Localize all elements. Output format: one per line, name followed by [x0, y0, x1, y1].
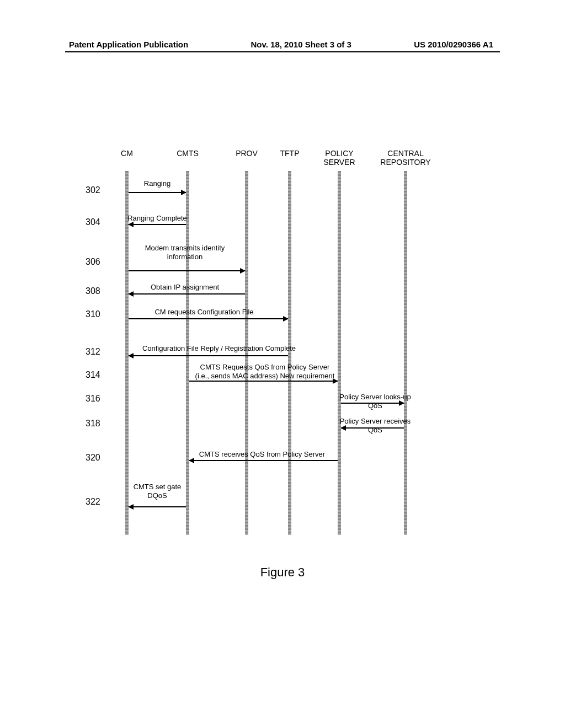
step-number-308: 308 — [86, 286, 100, 296]
lifeline-tftp — [288, 171, 291, 535]
figure-caption: Figure 3 — [0, 565, 565, 580]
arrow-304 — [129, 224, 186, 225]
step-number-314: 314 — [86, 370, 100, 380]
step-number-312: 312 — [86, 347, 100, 357]
arrow-320 — [189, 460, 338, 461]
arrow-306 — [129, 270, 245, 271]
arrow-318 — [341, 427, 404, 429]
step-number-302: 302 — [86, 185, 100, 195]
actor-repo: CENTRAL REPOSITORY — [380, 149, 430, 167]
step-number-304: 304 — [86, 217, 100, 227]
message-label-322: CMTS set gate DQoS — [134, 483, 182, 500]
header-left: Patent Application Publication — [69, 40, 188, 49]
step-number-310: 310 — [86, 309, 100, 319]
lifeline-repo — [404, 171, 407, 535]
actor-prov: PROV — [236, 149, 258, 158]
actor-cmts: CMTS — [177, 149, 199, 158]
step-number-322: 322 — [86, 497, 100, 507]
lifeline-prov — [245, 171, 248, 535]
step-number-320: 320 — [86, 453, 100, 463]
lifeline-cmts — [186, 171, 189, 535]
page-header: Patent Application Publication Nov. 18, … — [69, 40, 493, 49]
step-number-306: 306 — [86, 257, 100, 267]
message-label-308: Obtain IP assignment — [151, 283, 219, 292]
header-right: US 2010/0290366 A1 — [414, 40, 493, 49]
arrow-314 — [189, 381, 338, 382]
lifeline-policy — [338, 171, 341, 535]
step-number-316: 316 — [86, 394, 100, 404]
message-label-312: Configuration File Reply / Registration … — [142, 344, 296, 353]
arrow-312 — [129, 355, 288, 356]
page: Patent Application Publication Nov. 18, … — [0, 0, 565, 728]
message-label-302: Ranging — [144, 179, 170, 188]
header-center: Nov. 18, 2010 Sheet 3 of 3 — [251, 40, 351, 49]
actor-policy: POLICY SERVER — [323, 149, 355, 167]
arrow-302 — [129, 192, 186, 193]
message-label-320: CMTS receives QoS from Policy Server — [199, 450, 325, 459]
message-label-304: Ranging Complete — [127, 214, 187, 223]
sequence-diagram: CM CMTS PROV TFTP POLICY SERVER CENTRAL … — [86, 149, 461, 552]
message-label-306: Modem transmits identity information — [145, 244, 225, 261]
arrow-310 — [129, 318, 288, 319]
message-label-310: CM requests Configuration File — [154, 308, 253, 317]
arrow-308 — [129, 293, 245, 295]
header-divider — [65, 51, 500, 52]
actor-cm: CM — [121, 149, 133, 158]
step-number-318: 318 — [86, 419, 100, 429]
message-label-314: CMTS Requests QoS from Policy Server (i.… — [195, 363, 335, 380]
arrow-322 — [129, 506, 186, 507]
arrow-316 — [341, 403, 404, 404]
actor-tftp: TFTP — [280, 149, 300, 158]
message-label-316: Policy Server looks-up QoS — [333, 393, 418, 410]
